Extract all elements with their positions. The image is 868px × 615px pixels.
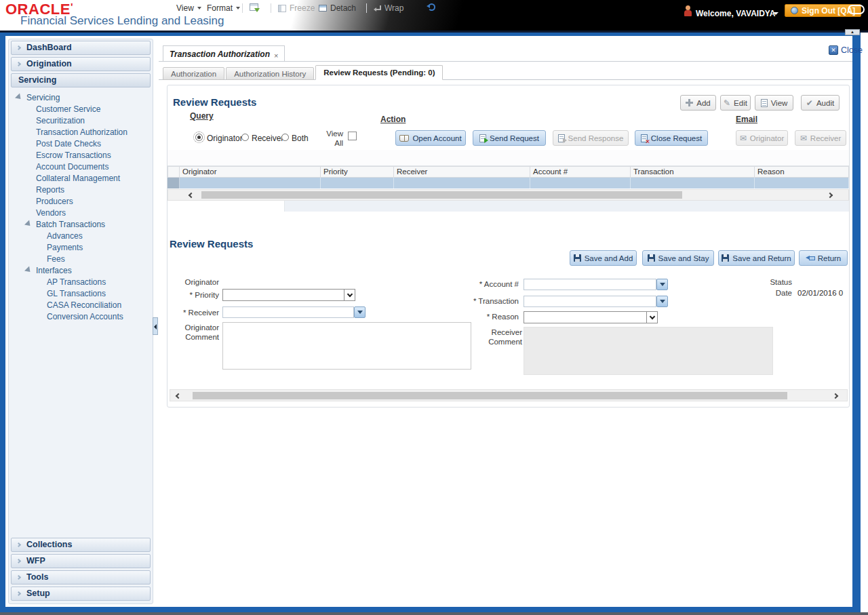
tab-review-requests[interactable]: Review Requests (Pending: 0) bbox=[315, 65, 443, 80]
transaction-combobox-input[interactable] bbox=[524, 296, 656, 307]
select-arrow-icon[interactable] bbox=[344, 290, 355, 300]
close-page-link[interactable]: ✕ Close bbox=[829, 45, 863, 55]
sidebar-item-producers[interactable]: Producers bbox=[9, 195, 153, 207]
expanded-node-icon[interactable] bbox=[24, 220, 33, 228]
sidebar-item-account-documents[interactable]: Account Documents bbox=[9, 161, 153, 172]
column-header-priority[interactable]: Priority bbox=[321, 166, 394, 178]
tree-node-batch-transactions[interactable]: Batch Transactions bbox=[9, 218, 153, 230]
scroll-right-icon[interactable] bbox=[827, 193, 833, 198]
grid-horizontal-scrollbar[interactable] bbox=[167, 189, 849, 201]
column-header-transaction[interactable]: Transaction bbox=[631, 166, 755, 178]
transaction-dropdown-button[interactable] bbox=[656, 296, 668, 307]
column-header-reason[interactable]: Reason bbox=[755, 166, 849, 178]
freeze-icon bbox=[278, 5, 286, 12]
sidebar-section-origination[interactable]: Origination bbox=[11, 57, 151, 71]
sidebar-item-gl-transactions[interactable]: GL Transactions bbox=[9, 287, 153, 299]
email-receiver-button[interactable]: ✉Receiver bbox=[795, 130, 846, 146]
tab-authorization[interactable]: Authorization bbox=[163, 67, 224, 80]
sidebar-section-collections[interactable]: Collections bbox=[11, 538, 151, 552]
scrollbar-thumb[interactable] bbox=[193, 392, 787, 399]
originator-comment-textarea[interactable] bbox=[222, 322, 471, 370]
priority-select[interactable] bbox=[222, 289, 355, 301]
sidebar-collapse-handle[interactable] bbox=[153, 317, 158, 335]
section-label: Origination bbox=[26, 59, 72, 68]
save-and-return-button[interactable]: Save and Return bbox=[718, 250, 795, 266]
sidebar-item-securitization[interactable]: Securitization bbox=[9, 115, 153, 126]
freeze-button[interactable]: Freeze bbox=[278, 3, 315, 13]
receiver-field-label: * Receiver bbox=[165, 309, 219, 318]
sidebar-section-tools[interactable]: Tools bbox=[11, 570, 151, 584]
reason-select[interactable] bbox=[524, 311, 658, 323]
view-menu[interactable]: View bbox=[176, 3, 201, 13]
save-and-add-button[interactable]: Save and Add bbox=[570, 250, 637, 266]
chevron-down-icon bbox=[773, 12, 778, 15]
detach-button[interactable]: Detach bbox=[319, 3, 356, 13]
sidebar-item-ap-transactions[interactable]: AP Transactions bbox=[9, 276, 153, 287]
sidebar-item-post-date-checks[interactable]: Post Date Checks bbox=[9, 138, 153, 149]
column-header-originator[interactable]: Originator bbox=[180, 166, 321, 178]
status-date-value: 02/01/2016 0 bbox=[797, 289, 849, 297]
receiver-dropdown-button[interactable] bbox=[354, 306, 366, 318]
oval-indicator-icon bbox=[848, 5, 865, 14]
add-button[interactable]: Add bbox=[680, 95, 716, 111]
expanded-node-icon[interactable] bbox=[15, 93, 23, 101]
view-button[interactable]: View bbox=[755, 95, 793, 111]
column-header-account[interactable]: Account # bbox=[530, 166, 631, 178]
collapse-up-button[interactable]: ▲ bbox=[845, 29, 860, 35]
email-originator-button[interactable]: ✉Originator bbox=[736, 130, 788, 146]
send-response-button[interactable]: Send Response bbox=[553, 130, 629, 146]
sidebar-item-transaction-authorization[interactable]: Transaction Authorization bbox=[9, 126, 153, 138]
table-row[interactable] bbox=[167, 178, 849, 189]
close-request-button[interactable]: Close Request bbox=[635, 130, 708, 146]
sidebar-item-escrow-transactions[interactable]: Escrow Transactions bbox=[9, 149, 153, 161]
sidebar-section-wfp[interactable]: WFP bbox=[11, 554, 151, 568]
scroll-right-icon[interactable] bbox=[833, 393, 838, 399]
sidebar-item-vendors[interactable]: Vendors bbox=[9, 207, 153, 218]
sidebar-item-customer-service[interactable]: Customer Service bbox=[9, 103, 153, 115]
account-dropdown-button[interactable] bbox=[656, 279, 668, 290]
format-menu[interactable]: Format bbox=[207, 3, 240, 13]
wrap-button[interactable]: Wrap bbox=[374, 3, 403, 13]
welcome-menu[interactable]: Welcome, VAVAIDYA bbox=[696, 9, 775, 18]
sidebar-section-dashboard[interactable]: DashBoard bbox=[11, 41, 151, 55]
sidebar-item-casa-reconciliation[interactable]: CASA Reconciliation bbox=[9, 299, 153, 311]
sidebar-item-fees[interactable]: Fees bbox=[9, 253, 153, 264]
view-all-checkbox[interactable] bbox=[348, 132, 357, 140]
query-by-example-button[interactable] bbox=[250, 3, 258, 11]
originator-radio[interactable] bbox=[195, 134, 203, 141]
save-and-stay-button[interactable]: Save and Stay bbox=[642, 250, 714, 266]
reason-field-label: * Reason bbox=[465, 313, 519, 322]
sidebar-item-reports[interactable]: Reports bbox=[9, 184, 153, 195]
audit-button[interactable]: ✔Audit bbox=[801, 95, 840, 111]
refresh-button[interactable] bbox=[428, 3, 435, 11]
receiver-radio[interactable] bbox=[241, 134, 249, 141]
scroll-left-icon[interactable] bbox=[176, 393, 181, 399]
tree-node-interfaces[interactable]: Interfaces bbox=[9, 264, 153, 276]
expanded-node-icon[interactable] bbox=[24, 266, 33, 274]
detach-icon bbox=[319, 5, 327, 12]
sidebar-item-conversion-accounts[interactable]: Conversion Accounts bbox=[9, 311, 153, 322]
tree-node-servicing[interactable]: Servicing bbox=[9, 92, 153, 103]
row-gutter-header bbox=[167, 166, 180, 178]
receiver-combobox-input[interactable] bbox=[222, 306, 354, 318]
sidebar-item-advances[interactable]: Advances bbox=[9, 230, 153, 241]
scroll-left-icon[interactable] bbox=[189, 193, 194, 198]
tab-authorization-history[interactable]: Authorization History bbox=[226, 67, 314, 80]
column-header-receiver[interactable]: Receiver bbox=[394, 166, 530, 178]
account-combobox-input[interactable] bbox=[524, 279, 656, 290]
tab-transaction-authorization[interactable]: Transaction Authorization × bbox=[163, 45, 285, 62]
open-account-button[interactable]: Open Account bbox=[395, 130, 466, 146]
form-horizontal-scrollbar[interactable] bbox=[170, 389, 848, 401]
right-margin bbox=[861, 33, 868, 615]
send-request-button[interactable]: Send Request bbox=[473, 130, 546, 146]
tab-close-icon[interactable]: × bbox=[274, 52, 278, 60]
sidebar-item-collateral-management[interactable]: Collateral Management bbox=[9, 172, 153, 184]
sidebar-section-setup[interactable]: Setup bbox=[11, 587, 151, 601]
return-button[interactable]: Return bbox=[799, 250, 848, 266]
both-radio[interactable] bbox=[281, 134, 289, 141]
sidebar-item-payments[interactable]: Payments bbox=[9, 241, 153, 253]
sidebar-section-servicing[interactable]: Servicing bbox=[11, 73, 151, 87]
edit-button[interactable]: ✎Edit bbox=[720, 95, 751, 111]
select-arrow-icon[interactable] bbox=[646, 312, 657, 323]
scrollbar-thumb[interactable] bbox=[201, 191, 682, 199]
